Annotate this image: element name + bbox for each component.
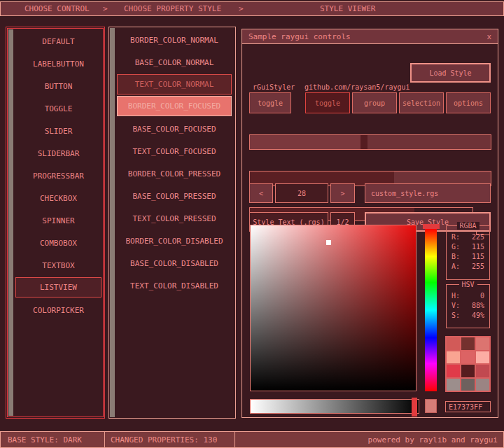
palette-cell (476, 379, 489, 391)
properties-scrollbar[interactable] (110, 28, 115, 417)
palette-cell (476, 351, 489, 364)
filename-input[interactable]: custom_style.rgs (365, 183, 491, 203)
property-item-base_color_disabled[interactable]: BASE_COLOR_DISABLED (117, 252, 232, 274)
repo-label: github.com/raysan5/raygui (304, 83, 410, 91)
slider[interactable] (249, 134, 491, 150)
breadcrumb-choose-control: CHOOSE CONTROL (24, 4, 90, 13)
value-row: H:0 (447, 290, 489, 300)
breadcrumb-choose-property-style: CHOOSE PROPERTY STYLE (124, 4, 221, 13)
sidebar-item-progressbar[interactable]: PROGRESSBAR (15, 164, 102, 187)
alpha-handle[interactable] (412, 398, 417, 416)
style-color-grid (445, 336, 491, 392)
window-titlebar: Sample raygui controls x (242, 29, 498, 44)
value-row: A:255 (447, 261, 489, 271)
palette-cell (447, 351, 460, 364)
palette-cell (476, 365, 489, 377)
chevron-right-icon: > (239, 4, 244, 13)
property-item-base_color_pressed[interactable]: BASE_COLOR_PRESSED (117, 185, 232, 207)
value-row: S:49% (447, 310, 489, 320)
sidebar-item-spinner[interactable]: SPINNER (15, 209, 102, 232)
spinner-decrement-button[interactable]: < (249, 183, 273, 203)
sidebar-item-toggle[interactable]: TOGGLE (15, 97, 102, 120)
property-item-text_color_pressed[interactable]: TEXT_COLOR_PRESSED (117, 207, 232, 230)
controls-panel: DEFAULTLABELBUTTONBUTTONTOGGLESLIDERSLID… (6, 27, 105, 419)
value-row: V:88% (447, 300, 489, 310)
controls-list: DEFAULTLABELBUTTONBUTTONTOGGLESLIDERSLID… (15, 30, 102, 321)
property-item-base_color_normal[interactable]: BASE_COLOR_NORMAL (117, 51, 232, 74)
rgba-title: RGBA (456, 222, 479, 230)
sample-window: Sample raygui controls x rGuiStyler gith… (241, 29, 498, 418)
toggle-group-selection[interactable]: selection (399, 92, 444, 113)
properties-panel: BORDER_COLOR_NORMALBASE_COLOR_NORMALTEXT… (108, 27, 236, 419)
status-base-style: BASE STYLE: DARK (0, 431, 105, 448)
property-item-text_color_normal[interactable]: TEXT_COLOR_NORMAL (117, 74, 232, 94)
palette-cell (447, 337, 460, 350)
palette-cell (476, 337, 489, 350)
toggle-group-options[interactable]: options (446, 92, 491, 113)
properties-list: BORDER_COLOR_NORMALBASE_COLOR_NORMALTEXT… (117, 29, 232, 297)
palette-cell (447, 365, 460, 377)
sidebar-item-textbox[interactable]: TEXTBOX (15, 254, 102, 276)
palette-cell (461, 365, 475, 377)
brand-label: rGuiStyler (253, 83, 295, 91)
property-item-text_color_focused[interactable]: TEXT_COLOR_FOCUSED (117, 140, 232, 162)
hex-color-input[interactable]: E17373FF (445, 401, 491, 412)
sidebar-item-labelbutton[interactable]: LABELBUTTON (15, 52, 102, 75)
alpha-bar[interactable] (250, 399, 419, 414)
status-changed-properties: CHANGED PROPERTIES: 130 (104, 431, 235, 448)
toggle-group-toggle[interactable]: toggle (305, 92, 350, 113)
top-bar: CHOOSE CONTROL > CHOOSE PROPERTY STYLE >… (0, 1, 504, 16)
sidebar-item-button[interactable]: BUTTON (15, 75, 102, 97)
hue-bar[interactable] (425, 229, 437, 391)
chevron-right-icon: > (103, 4, 108, 13)
controls-scrollbar[interactable] (8, 29, 13, 416)
property-item-border_color_disabled[interactable]: BORDER_COLOR_DISABLED (117, 230, 232, 252)
current-color-swatch (425, 399, 437, 413)
palette-cell (461, 337, 475, 350)
property-item-base_color_focused[interactable]: BASE_COLOR_FOCUSED (117, 118, 232, 140)
rgba-groupbox: RGBA R:225G:115B:115A:255 (446, 225, 490, 280)
sidebar-item-default[interactable]: DEFAULT (15, 30, 102, 52)
breadcrumb-style-viewer: STYLE VIEWER (320, 4, 375, 13)
property-item-border_color_focused[interactable]: BORDER_COLOR_FOCUSED (117, 96, 232, 116)
sidebar-item-colorpicker[interactable]: COLORPICKER (15, 299, 102, 321)
load-style-button[interactable]: Load Style (410, 63, 491, 83)
close-icon[interactable]: x (486, 32, 491, 41)
sv-picker[interactable] (250, 225, 416, 391)
hsv-title: HSV (458, 281, 477, 288)
sidebar-item-slider[interactable]: SLIDER (15, 120, 102, 142)
palette-cell (461, 351, 475, 364)
palette-cell (461, 379, 475, 391)
sv-cursor-icon[interactable] (326, 240, 331, 245)
status-credits: powered by raylib and raygui (234, 431, 504, 448)
toggle-button[interactable]: toggle (249, 92, 291, 113)
window-title: Sample raygui controls (248, 32, 351, 41)
value-row: B:115 (447, 251, 489, 261)
hue-handle[interactable] (423, 224, 440, 229)
spinner-value[interactable]: 28 (275, 183, 328, 203)
sidebar-item-checkbox[interactable]: CHECKBOX (15, 187, 102, 209)
value-row: R:225 (447, 232, 489, 241)
hsv-groupbox: HSV H:0V:88%S:49% (446, 284, 490, 328)
property-item-border_color_normal[interactable]: BORDER_COLOR_NORMAL (117, 29, 232, 51)
toggle-group-group[interactable]: group (352, 92, 397, 113)
sidebar-item-listview[interactable]: LISTVIEW (15, 277, 102, 298)
value-row: G:115 (447, 241, 489, 251)
sidebar-item-sliderbar[interactable]: SLIDERBAR (15, 142, 102, 164)
toggle-group: togglegroupselectionoptions (305, 92, 492, 113)
spinner-increment-button[interactable]: > (330, 183, 355, 203)
palette-cell (447, 379, 460, 391)
sidebar-item-combobox[interactable]: COMBOBOX (15, 232, 102, 254)
property-item-text_color_disabled[interactable]: TEXT_COLOR_DISABLED (117, 274, 232, 297)
property-item-border_color_pressed[interactable]: BORDER_COLOR_PRESSED (117, 162, 232, 185)
